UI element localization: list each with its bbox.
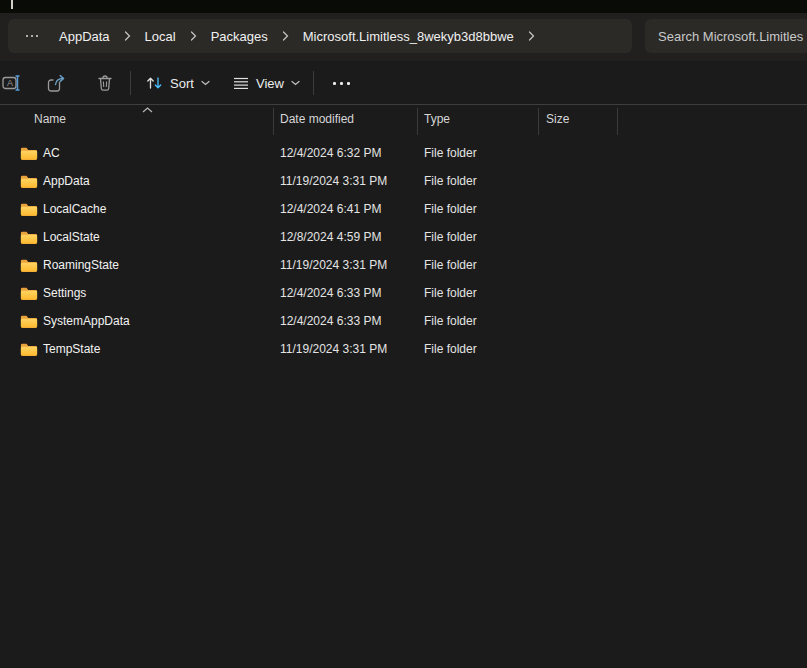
file-type: File folder (424, 258, 477, 272)
chevron-down-icon (201, 80, 210, 86)
rename-icon: A (2, 73, 22, 93)
breadcrumb-chevron-icon (279, 31, 292, 41)
address-header-bar: AppData Local Packages Microsoft.Limitle… (0, 13, 807, 61)
folder-icon (20, 258, 38, 273)
folder-icon (20, 146, 38, 161)
breadcrumb-chevron-icon (187, 31, 200, 41)
search-placeholder: Search Microsoft.Limitles (658, 29, 803, 44)
file-row[interactable]: AppData 11/19/2024 3:31 PM File folder (0, 167, 807, 195)
file-row[interactable]: LocalCache 12/4/2024 6:41 PM File folder (0, 195, 807, 223)
file-row[interactable]: LocalState 12/8/2024 4:59 PM File folder (0, 223, 807, 251)
window-top-strip (0, 0, 807, 13)
file-name: AC (43, 146, 60, 160)
column-divider[interactable] (273, 108, 274, 135)
file-name: AppData (43, 174, 90, 188)
file-type: File folder (424, 342, 477, 356)
svg-text:A: A (7, 78, 13, 88)
breadcrumb-item[interactable]: Microsoft.Limitless_8wekyb3d8bbwe (292, 19, 525, 53)
column-header-size[interactable]: Size (546, 112, 569, 126)
file-type: File folder (424, 146, 477, 160)
sort-ascending-caret-icon (142, 107, 153, 113)
column-header-type[interactable]: Type (424, 112, 450, 126)
command-toolbar: A (0, 61, 807, 104)
file-row[interactable]: Settings 12/4/2024 6:33 PM File folder (0, 279, 807, 307)
file-type: File folder (424, 286, 477, 300)
delete-button[interactable] (94, 72, 116, 94)
column-divider[interactable] (538, 108, 539, 135)
address-bar[interactable]: AppData Local Packages Microsoft.Limitle… (8, 19, 632, 53)
breadcrumb-chevron-icon (121, 31, 134, 41)
file-explorer-window: AppData Local Packages Microsoft.Limitle… (0, 0, 807, 668)
folder-icon (20, 174, 38, 189)
column-header-date-modified[interactable]: Date modified (280, 112, 354, 126)
see-more-button[interactable] (324, 72, 358, 94)
view-list-icon (233, 75, 249, 91)
file-date-modified: 11/19/2024 3:31 PM (280, 258, 387, 272)
ellipsis-icon (26, 35, 28, 37)
file-name: LocalCache (43, 202, 106, 216)
file-date-modified: 12/4/2024 6:33 PM (280, 314, 381, 328)
folder-icon (20, 202, 38, 217)
file-name: LocalState (43, 230, 100, 244)
column-divider[interactable] (417, 108, 418, 135)
file-date-modified: 11/19/2024 3:31 PM (280, 174, 387, 188)
toolbar-divider (130, 71, 131, 95)
file-name: SystemAppData (43, 314, 130, 328)
file-type: File folder (424, 314, 477, 328)
breadcrumb-item[interactable]: AppData (48, 19, 121, 53)
file-date-modified: 12/4/2024 6:41 PM (280, 202, 381, 216)
file-row[interactable]: RoamingState 11/19/2024 3:31 PM File fol… (0, 251, 807, 279)
view-button[interactable]: View (229, 69, 304, 97)
breadcrumb-chevron-icon (525, 31, 538, 41)
file-list-panel: NameDate modifiedTypeSize AC 12/4/2024 6… (0, 105, 807, 668)
sort-button-label: Sort (170, 76, 194, 91)
file-date-modified: 12/4/2024 6:32 PM (280, 146, 381, 160)
breadcrumb-overflow-button[interactable] (16, 19, 48, 53)
trash-icon (95, 73, 115, 93)
file-row[interactable]: AC 12/4/2024 6:32 PM File folder (0, 139, 807, 167)
chevron-down-icon (291, 80, 300, 86)
breadcrumb-item[interactable]: Local (134, 19, 187, 53)
folder-icon (20, 286, 38, 301)
text-cursor-mark (11, 0, 13, 9)
folder-icon (20, 314, 38, 329)
column-header-row: NameDate modifiedTypeSize (0, 105, 807, 135)
folder-icon (20, 342, 38, 357)
toolbar-divider (313, 71, 314, 95)
file-date-modified: 12/8/2024 4:59 PM (280, 230, 381, 244)
breadcrumb: AppData Local Packages Microsoft.Limitle… (48, 19, 538, 53)
file-type: File folder (424, 174, 477, 188)
view-button-label: View (256, 76, 284, 91)
breadcrumb-item[interactable]: Packages (200, 19, 279, 53)
file-date-modified: 12/4/2024 6:33 PM (280, 286, 381, 300)
file-row[interactable]: SystemAppData 12/4/2024 6:33 PM File fol… (0, 307, 807, 335)
search-box[interactable]: Search Microsoft.Limitles (645, 19, 807, 53)
file-type: File folder (424, 230, 477, 244)
column-header-name[interactable]: Name (34, 112, 66, 126)
folder-icon (20, 230, 38, 245)
more-dots-icon (333, 82, 336, 85)
file-list: AC 12/4/2024 6:32 PM File folder AppData… (0, 139, 807, 363)
share-icon (46, 73, 67, 94)
file-type: File folder (424, 202, 477, 216)
column-divider[interactable] (617, 108, 618, 135)
share-button[interactable] (45, 72, 67, 94)
file-name: TempState (43, 342, 100, 356)
sort-button[interactable]: Sort (142, 69, 214, 97)
file-row[interactable]: TempState 11/19/2024 3:31 PM File folder (0, 335, 807, 363)
file-name: RoamingState (43, 258, 119, 272)
sort-arrows-icon (146, 75, 163, 91)
rename-button[interactable]: A (1, 72, 23, 94)
file-name: Settings (43, 286, 86, 300)
file-date-modified: 11/19/2024 3:31 PM (280, 342, 387, 356)
